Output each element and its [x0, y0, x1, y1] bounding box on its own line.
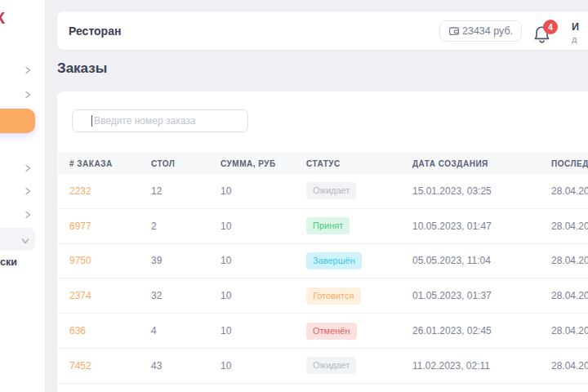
cell-created: 15.01.2023, 03:25	[412, 185, 551, 197]
status-badge: Готовится	[306, 287, 361, 305]
cell-sum: 10	[220, 220, 306, 232]
cell-created: 11.02.2023, 02:11	[412, 360, 551, 372]
cell-updated: 28.04.2023	[551, 255, 588, 266]
cell-created: 10.05.2023, 01:47	[412, 220, 551, 232]
balance-label: 23434 руб.	[462, 25, 513, 37]
chevron-right-icon[interactable]	[23, 163, 33, 173]
cell-table: 39	[151, 255, 220, 266]
user-menu[interactable]: И д	[572, 21, 588, 44]
sidebar-label-fragment[interactable]: ски	[0, 256, 17, 268]
orders-card: # ЗАКАЗАСТОЛСУММА, РУБСТАТУСДАТА СОЗДАНИ…	[57, 91, 588, 392]
search-input[interactable]	[72, 109, 248, 132]
cell-sum: 10	[220, 325, 306, 336]
order-link[interactable]: 2374	[69, 290, 151, 301]
table-row: 636410Отменён26.01.2023, 02:4528.04.2023	[57, 314, 588, 349]
page-title: Заказы	[57, 60, 107, 77]
text-caret	[91, 115, 92, 127]
sidebar-active-item[interactable]	[0, 109, 35, 133]
column-header: СТАТУС	[306, 159, 412, 168]
status-badge: Принят	[306, 217, 350, 234]
sidebar-collapsed-item[interactable]	[0, 228, 35, 251]
cell-updated: 28.04.2023	[551, 185, 588, 197]
order-link[interactable]: 7452	[69, 360, 151, 372]
status-badge: Отменён	[306, 323, 357, 340]
table-header: # ЗАКАЗАСТОЛСУММА, РУБСТАТУСДАТА СОЗДАНИ…	[57, 153, 588, 174]
cell-status: Ожидает	[306, 357, 412, 374]
cell-table: 43	[151, 360, 220, 372]
notifications-button[interactable]: 4	[532, 22, 562, 47]
cell-sum: 10	[220, 360, 306, 372]
cell-updated: 28.04.2023	[551, 325, 588, 336]
table-row: 74524310Ожидает11.02.2023, 02:1128.04.20…	[57, 349, 588, 384]
cell-status: Завершён	[306, 252, 412, 270]
restaurant-title: Ресторан	[69, 11, 121, 50]
status-badge: Ожидает	[306, 357, 356, 374]
cell-created: 05.05.2023, 11:04	[412, 255, 551, 266]
cell-status: Принят	[306, 217, 412, 234]
cell-table: 4	[151, 325, 220, 336]
column-header: СУММА, РУБ	[220, 159, 306, 168]
cell-created: 01.05.2023, 01:37	[412, 290, 551, 301]
cell-table: 32	[151, 290, 220, 301]
order-link[interactable]: 2232	[69, 185, 151, 197]
cell-table: 2	[151, 220, 220, 232]
order-link[interactable]: 6977	[69, 220, 151, 232]
column-header: # ЗАКАЗА	[69, 159, 151, 168]
wallet-icon	[448, 25, 460, 37]
balance-button[interactable]: 23434 руб.	[439, 20, 522, 42]
logo-icon: Ж	[0, 8, 4, 28]
table-row: 23743210Готовится01.05.2023, 01:3728.04.…	[57, 278, 588, 314]
user-name: И	[572, 21, 588, 33]
cell-updated: 28.04.2023	[551, 360, 588, 372]
order-link[interactable]: 636	[69, 325, 151, 336]
chevron-right-icon[interactable]	[23, 65, 33, 75]
table-body: 22321210Ожидает15.01.2023, 03:2528.04.20…	[57, 174, 588, 384]
header-card: Ресторан 23434 руб. 4 И д	[57, 11, 588, 50]
notification-badge: 4	[543, 20, 558, 34]
chevron-right-icon[interactable]	[23, 90, 33, 100]
column-header: СТОЛ	[151, 159, 220, 168]
chevron-right-icon[interactable]	[23, 210, 33, 220]
cell-updated: 28.04.2023	[551, 290, 588, 301]
cell-updated: 28.04.2023	[551, 220, 588, 232]
cell-status: Ожидает	[306, 182, 412, 199]
cell-sum: 10	[220, 290, 306, 301]
table-row: 97503910Завершён05.05.2023, 11:0428.04.2…	[57, 244, 588, 279]
column-header: ПОСЛЕДНЕЕ ОБНОВЛЕНИЕ	[551, 159, 588, 168]
chevron-down-icon	[20, 234, 30, 249]
chevron-right-icon[interactable]	[23, 186, 33, 196]
sidebar: Ж ски	[0, 0, 46, 392]
table-row: 22321210Ожидает15.01.2023, 03:2528.04.20…	[57, 174, 588, 209]
status-badge: Завершён	[306, 252, 362, 270]
status-badge: Ожидает	[306, 182, 356, 199]
user-role: д	[572, 34, 588, 44]
cell-sum: 10	[220, 185, 306, 197]
cell-status: Отменён	[306, 323, 412, 340]
search-field-wrap	[72, 109, 248, 132]
table-row: 6977210Принят10.05.2023, 01:4728.04.2023	[57, 209, 588, 244]
cell-created: 26.01.2023, 02:45	[412, 325, 551, 336]
column-header: ДАТА СОЗДАНИЯ	[412, 159, 551, 168]
cell-status: Готовится	[306, 287, 412, 305]
order-link[interactable]: 9750	[69, 255, 151, 266]
cell-table: 12	[151, 185, 220, 197]
cell-sum: 10	[220, 255, 306, 266]
